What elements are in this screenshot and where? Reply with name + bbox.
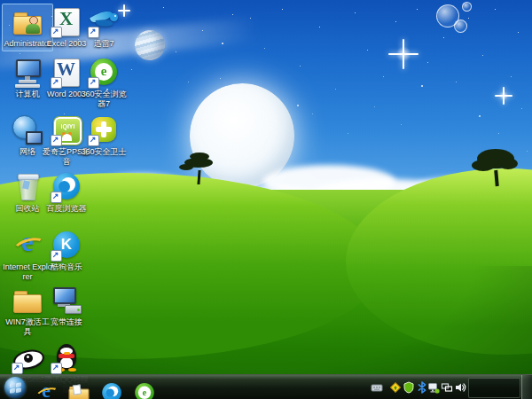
taskbar-button-windows-explorer[interactable] [63,376,94,399]
star-sparkle-large [388,39,419,69]
desktop-icon-label: 百度浏览器 [42,204,91,214]
star-field-bright [0,0,2,2]
internet-explorer-icon: e [12,230,43,262]
shortcut-arrow-icon [88,27,99,38]
tray-360-antivirus-icon[interactable] [389,381,402,394]
360-safe-guard-icon [88,114,120,146]
recycle-bin-icon [12,171,43,203]
tree-small [179,151,220,186]
internet-explorer-icon: e [35,382,58,399]
desktop-icon-label: 360安全卫士 [79,147,129,157]
acdsee5-icon [12,342,43,374]
taskbar: ee [0,374,532,399]
shortcut-arrow-icon [51,250,62,262]
360-safe-browser-icon: e [133,382,156,399]
shortcut-arrow-icon [88,135,99,146]
windows-explorer-icon [67,382,90,399]
tray-display-switch-icon[interactable] [441,381,453,394]
computer-icon [12,57,43,89]
star-sparkle-small [495,87,512,105]
desktop-icon-label: 宽带连接 [42,317,91,327]
shortcut-arrow-icon [51,77,62,89]
baidu-browser-icon [51,171,82,203]
shortcut-arrow-icon [51,363,62,374]
tray-network-status-icon[interactable] [427,381,440,394]
windows-desktop: Administrator计算机网络回收站eInternet ExplorerW… [0,0,532,399]
start-button[interactable] [4,377,26,398]
tray-volume-icon[interactable] [454,381,466,394]
win7-activation-tool-icon [12,285,43,317]
kugou-music-icon: K [51,230,82,262]
desktop-icon-broadband-connection[interactable]: 宽带连接 [41,282,92,330]
tree-large [472,145,520,188]
desktop-icon-baidu-browser[interactable]: 百度浏览器 [41,168,92,216]
xunlei-7-icon [88,6,120,38]
desktop-icon-label: 360安全浏览器7 [79,90,129,110]
desktop-icon-xunlei-7[interactable]: 迅雷7 [78,4,129,51]
taskbar-button-360-safe-browser[interactable]: e [129,376,160,399]
shortcut-arrow-icon [51,192,62,203]
tray-input-method-icon[interactable] [371,381,383,394]
desktop-icon-label: 酷狗音乐 [42,262,91,272]
desktop-icon-kugou-music[interactable]: K酷狗音乐 [41,227,92,275]
tray-bluetooth-icon[interactable] [416,381,428,394]
shortcut-arrow-icon [88,77,99,89]
desktop-icon-label: 迅雷7 [79,39,129,49]
desktop-icon-360-safe-guard[interactable]: 360安全卫士 [78,112,129,160]
desktop-icon-360-safe-browser-7[interactable]: e360安全浏览器7 [78,54,129,113]
system-tray [371,375,468,399]
shortcut-arrow-icon [12,363,23,374]
network-icon [12,114,43,146]
360-safe-browser-7-icon: e [88,57,120,89]
shortcut-arrow-icon [51,135,62,146]
shortcut-arrow-icon [51,27,62,38]
taskbar-button-internet-explorer[interactable]: e [30,376,61,399]
taskbar-button-baidu-browser[interactable] [96,376,127,399]
clock[interactable] [468,378,520,398]
sky-bubble [454,20,467,33]
tencent-qq-light-icon [51,342,82,374]
broadband-connection-icon [51,285,82,317]
administrator-icon [12,6,43,38]
sky-bubble [462,2,472,12]
show-desktop-button[interactable] [521,375,532,399]
windows-flag-icon [10,382,21,393]
tray-security-shield-icon[interactable] [403,381,415,394]
baidu-browser-icon [100,382,123,399]
